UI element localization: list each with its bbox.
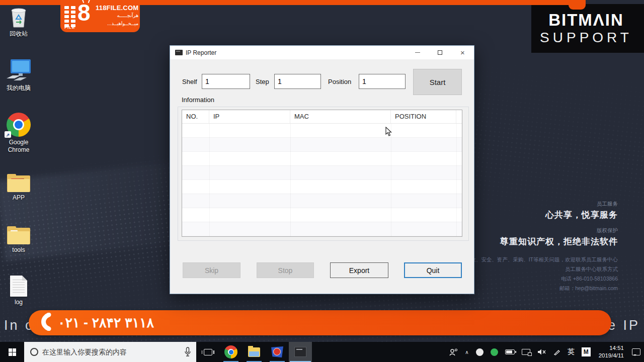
maximize-icon [438, 50, 442, 55]
time: 14:51 [599, 344, 624, 352]
bitmain-support-logo: BITMΛIN SUPPORT [531, 4, 644, 53]
phone-number: ۰۲۱ - ۲۸۴۲ ۳۱۱۸ [58, 315, 154, 331]
people-icon[interactable] [446, 342, 461, 362]
export-button[interactable]: Export [330, 262, 388, 278]
118-logo-icon: 8 FILE [64, 3, 96, 29]
subtitle-right: e IP [608, 318, 640, 333]
chrome-icon: ↗ [0, 112, 37, 137]
col-header-position: POSITION [391, 110, 456, 123]
mouse-cursor [385, 127, 392, 139]
recycle-bin-icon [0, 3, 37, 28]
network-icon[interactable] [518, 342, 534, 362]
title-bar[interactable]: IP Reporter × [170, 46, 474, 59]
onedrive-icon[interactable] [472, 342, 487, 362]
position-input[interactable] [359, 74, 406, 89]
search-input[interactable] [42, 348, 168, 356]
green-status-icon[interactable] [487, 342, 502, 362]
site-url: 118FILE.COM [96, 4, 138, 12]
top-orange-strip-end [569, 0, 586, 10]
copyright-slogan: 尊重知识产权，拒绝非法软件 [449, 236, 618, 247]
folder-icon [0, 167, 37, 192]
tray-expand-icon[interactable]: ∧ [461, 342, 472, 362]
document-icon [0, 272, 37, 297]
ip-reporter-icon [294, 347, 306, 357]
information-label: Information [182, 96, 214, 104]
desktop-icon-recycle-bin[interactable]: 回收站 [0, 3, 37, 38]
desktop-icon-log-file[interactable]: log [0, 272, 37, 306]
task-view-button[interactable] [196, 342, 219, 362]
battery-icon[interactable] [502, 342, 518, 362]
desktop-icon-app-folder[interactable]: APP [0, 167, 37, 202]
close-button[interactable]: × [451, 46, 474, 59]
table-body [182, 124, 462, 236]
folder-icon [0, 219, 37, 244]
service-email: 邮箱：hep@bitmain.com [449, 285, 618, 292]
employee-service-panel: 员工服务 心共享，悦享服务 版权保护 尊重知识产权，拒绝非法软件 人力、行政、安… [449, 201, 618, 292]
file-explorer-icon [248, 347, 260, 357]
skip-button[interactable]: Skip [183, 262, 240, 278]
taskbar-app[interactable] [266, 342, 289, 362]
shelf-input[interactable] [202, 74, 250, 89]
date: 2019/4/11 [599, 352, 624, 359]
task-view-icon [204, 349, 212, 355]
chrome-icon [224, 345, 237, 358]
results-table[interactable]: NO. IP MAC POSITION [182, 110, 462, 237]
persian-tagline-1: هرآنچـــــه [96, 12, 138, 20]
taskbar-file-explorer[interactable] [243, 342, 266, 362]
microphone-icon[interactable] [184, 347, 191, 359]
desktop-icon-google-chrome[interactable]: ↗ Google Chrome [0, 112, 37, 154]
minimize-icon [415, 52, 420, 53]
app-icon [271, 346, 283, 357]
taskbar-ip-reporter[interactable] [289, 342, 312, 362]
copyright-tag: 版权保护 [449, 227, 618, 234]
service-contact-line: 员工服务中心联系方式 [449, 266, 618, 273]
persian-tagline-2: میــخــواهیــد... [96, 20, 138, 28]
step-input[interactable] [274, 74, 321, 89]
start-menu-button[interactable] [0, 342, 24, 362]
table-row [182, 138, 462, 152]
taskbar-clock[interactable]: 14:51 2019/4/11 [594, 344, 628, 359]
taskbar-search[interactable] [24, 342, 196, 362]
taskbar: ∧ 英 M 14:51 2019/4/11 [0, 342, 644, 362]
col-header-mac: MAC [290, 110, 391, 123]
position-label: Position [328, 78, 351, 85]
desktop-icon-tools-folder[interactable]: tools [0, 219, 37, 254]
service-phone: 电话 +86-010-58103866 [449, 276, 618, 283]
desktop-icon-my-computer[interactable]: 我的电脑 [0, 57, 37, 92]
start-button[interactable]: Start [413, 69, 462, 95]
cortana-icon [30, 348, 38, 356]
ime-mode-badge[interactable]: M [578, 342, 594, 362]
table-row [182, 194, 462, 208]
table-row [182, 208, 462, 222]
table-row [182, 152, 462, 166]
table-header-row: NO. IP MAC POSITION [182, 110, 462, 124]
taskbar-chrome[interactable] [219, 342, 243, 362]
service-tag: 员工服务 [449, 201, 618, 208]
app-icon [175, 50, 183, 55]
table-row [182, 124, 462, 138]
pen-icon[interactable] [550, 342, 564, 362]
col-header-no: NO. [182, 110, 209, 123]
minimize-button[interactable] [406, 46, 429, 59]
quit-button[interactable]: Quit [404, 262, 462, 278]
table-row [182, 166, 462, 180]
volume-muted-icon[interactable] [534, 342, 550, 362]
desktop: 8 FILE 118FILE.COM هرآنچـــــه میــخــوا… [0, 0, 644, 362]
system-tray: ∧ 英 M 14:51 2019/4/11 [446, 342, 644, 362]
service-slogan: 心共享，悦享服务 [449, 209, 618, 221]
118file-logo: 8 FILE 118FILE.COM هرآنچـــــه میــخــوا… [60, 0, 140, 32]
table-row [182, 222, 462, 236]
stop-button[interactable]: Stop [257, 262, 314, 278]
close-icon: × [460, 49, 465, 56]
table-row [182, 180, 462, 194]
phone-banner: ۰۲۱ - ۲۸۴۲ ۳۱۱۸ [29, 310, 611, 335]
action-center-button[interactable] [628, 342, 644, 362]
maximize-button[interactable] [429, 46, 451, 59]
step-label: Step [256, 78, 269, 85]
computer-icon [0, 57, 37, 82]
shortcut-arrow-icon: ↗ [5, 131, 11, 138]
col-header-ip: IP [209, 110, 290, 123]
ime-language-indicator[interactable]: 英 [564, 342, 578, 362]
shelf-label: Shelf [182, 78, 197, 85]
service-contact-line: 人力、行政、安全、资产、采购、IT等相关问题，欢迎联系员工服务中心 [449, 256, 618, 263]
